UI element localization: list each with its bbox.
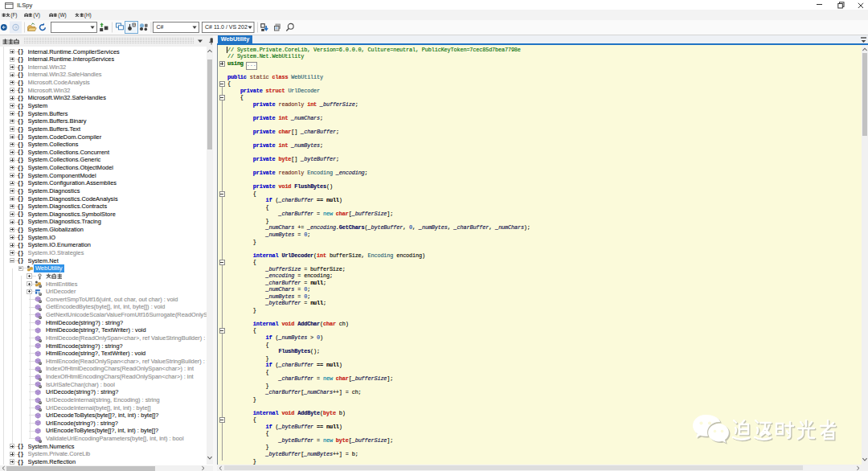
svg-text:C# 11.0 / VS 202: C# 11.0 / VS 202 xyxy=(205,24,248,30)
svg-text:A: A xyxy=(133,23,135,27)
svg-text:C#: C# xyxy=(157,24,164,30)
